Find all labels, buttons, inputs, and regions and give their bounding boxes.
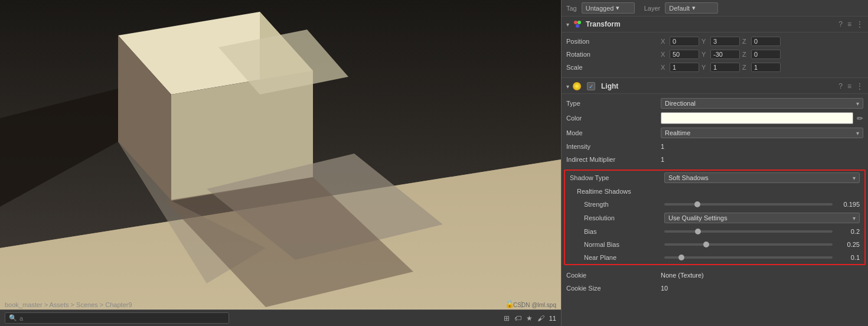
light-expand-icon: ▾ [566,83,569,90]
resolution-label: Resolution [570,214,664,221]
scale-y-input[interactable] [710,63,740,72]
intensity-label: Intensity [566,143,661,150]
inspector-panel: Tag Untagged ▾ Layer Default ▾ ▾ Transfo… [561,0,868,326]
color-swatch[interactable] [661,112,853,124]
lock-icon[interactable]: 🔒 [505,299,514,308]
svg-point-17 [574,21,577,24]
rot-y-label: Y [701,51,709,58]
rotation-x-field: X [661,50,699,59]
transform-help-icon[interactable]: ? [838,20,843,28]
scale-z-input[interactable] [751,63,781,72]
viewport-panel: 🔍 ⊞ 🏷 ★ 🖌 11 book_master > Assets > Scen… [0,0,561,326]
type-dropdown[interactable]: Directional ▾ [661,98,863,109]
mode-dropdown-arrow: ▾ [856,130,859,136]
light-settings-icon[interactable]: ≡ [847,82,851,90]
layer-dropdown[interactable]: Default ▾ [665,2,718,14]
shadow-type-row: Shadow Type Soft Shadows ▾ [565,171,864,185]
light-title: Light [601,82,618,90]
scale-label: Scale [566,64,661,71]
near-plane-slider-track[interactable] [664,256,833,259]
rotation-y-input[interactable] [710,50,740,59]
shadow-type-dropdown[interactable]: Soft Shadows ▾ [664,172,860,183]
position-x-field: X [661,37,699,46]
rotation-row: Rotation X Y Z [562,48,868,61]
tag-dropdown[interactable]: Untagged ▾ [582,2,635,14]
scale-y-field: Y [701,63,740,72]
light-icon [573,82,581,90]
position-y-field: Y [701,37,740,46]
transform-section: ▾ Transform ? ≡ ⋮ Position [562,17,868,76]
rot-x-label: X [661,51,668,58]
tag-label: Tag [566,5,577,12]
transform-icon [573,19,582,29]
search-input[interactable] [19,315,225,322]
transform-expand-icon: ▾ [566,21,569,28]
rot-z-label: Z [742,51,749,58]
scale-x-label: X [661,64,668,71]
position-y-input[interactable] [710,37,740,46]
near-plane-slider-thumb[interactable] [678,255,684,260]
normal-bias-slider-thumb[interactable] [703,242,709,247]
cookie-size-value: 10 [661,285,863,292]
scale-z-label: Z [742,64,749,71]
transform-header[interactable]: ▾ Transform ? ≡ ⋮ [562,17,868,32]
eyedropper-icon[interactable]: ✏ [857,114,863,123]
strength-slider-track[interactable] [664,203,833,206]
scene-3d [0,0,561,326]
strength-slider-container: 0.195 [664,201,860,208]
transform-more-icon[interactable]: ⋮ [856,20,863,28]
position-label: Position [566,38,661,45]
star-icon[interactable]: ★ [526,314,533,322]
mode-dropdown[interactable]: Realtime ▾ [661,128,863,138]
light-help-icon[interactable]: ? [838,82,843,90]
light-checkbox[interactable]: ✓ [587,82,595,90]
intensity-row: Intensity 1 [562,140,868,153]
type-row: Type Directional ▾ [562,96,868,110]
breadcrumb: book_master > Assets > Scenes > Chapter9 [5,301,132,308]
position-z-input[interactable] [751,37,781,46]
shadow-highlight-box: Shadow Type Soft Shadows ▾ Realtime Shad… [564,169,866,265]
rotation-z-input[interactable] [751,50,781,59]
rotation-x-input[interactable] [670,50,699,59]
near-plane-slider-container: 0.1 [664,254,860,261]
scene-icon[interactable]: ⊞ [504,314,510,322]
light-more-icon[interactable]: ⋮ [856,82,863,90]
bias-slider-track[interactable] [664,230,833,233]
scale-y-label: Y [701,64,709,71]
tag-icon[interactable]: 🏷 [514,314,521,322]
normal-bias-value: 0.25 [836,241,860,248]
transform-actions: ? ≡ ⋮ [838,20,863,28]
svg-point-19 [576,24,579,28]
strength-slider-thumb[interactable] [694,201,700,207]
rotation-label: Rotation [566,51,661,58]
color-label: Color [566,115,661,122]
normal-bias-slider-track[interactable] [664,243,833,246]
rotation-xyz: X Y Z [661,50,863,59]
search-container[interactable]: 🔍 [5,312,229,324]
viewport-toolbar-icons: ⊞ 🏷 ★ 🖌 11 [504,314,556,322]
bias-slider-thumb[interactable] [695,229,701,234]
resolution-row: Resolution Use Quality Settings ▾ [565,211,864,225]
realtime-shadows-label: Realtime Shadows [570,188,664,195]
count-badge: 11 [549,315,556,322]
light-section: ▾ ✓ Light ? ≡ ⋮ Type Directional ▾ Color [562,79,868,297]
transform-settings-icon[interactable]: ≡ [847,20,851,28]
search-icon: 🔍 [9,314,17,322]
bias-slider-container: 0.2 [664,228,860,235]
cookie-value: None (Texture) [661,272,863,279]
tag-dropdown-arrow: ▾ [616,4,619,12]
intensity-value: 1 [661,143,863,150]
cookie-size-row: Cookie Size 10 [562,282,868,295]
resolution-dropdown[interactable]: Use Quality Settings ▾ [664,213,860,223]
cookie-properties: Cookie None (Texture) Cookie Size 10 [562,266,868,297]
indirect-multiplier-value: 1 [661,156,863,163]
layer-dropdown-arrow: ▾ [692,4,696,12]
more-icon[interactable]: ⋮ [518,299,526,308]
scene-svg [0,0,561,309]
light-header[interactable]: ▾ ✓ Light ? ≡ ⋮ [562,79,868,94]
normal-bias-row: Normal Bias 0.25 [565,238,864,251]
scale-x-input[interactable] [670,63,699,72]
mode-row: Mode Realtime ▾ [562,126,868,140]
paint-icon[interactable]: 🖌 [537,314,544,322]
position-x-input[interactable] [670,37,699,46]
